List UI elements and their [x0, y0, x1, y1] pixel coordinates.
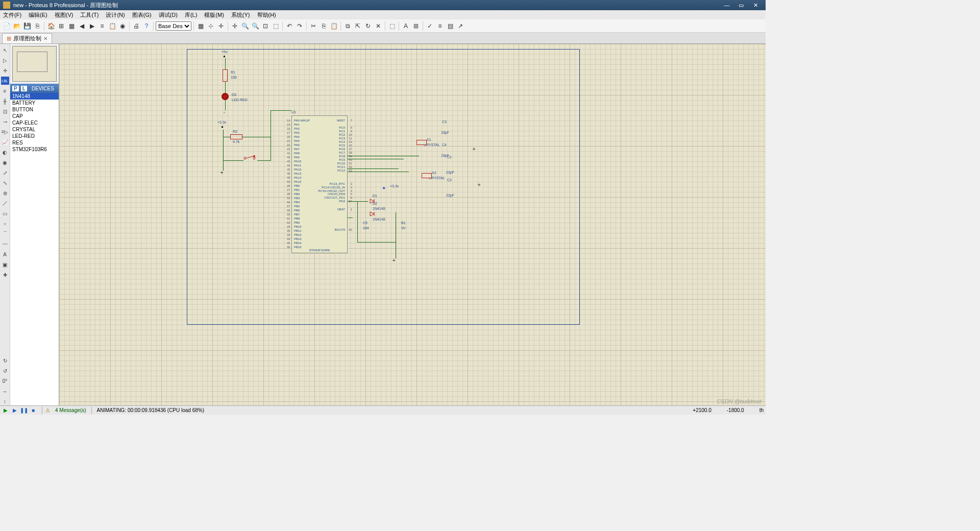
schematic-icon[interactable]: ⊞ [57, 21, 66, 31]
erc-icon[interactable]: ✓ [425, 21, 434, 31]
zoom-all-icon[interactable]: ⊡ [261, 21, 270, 31]
menu-file[interactable]: 文件(F) [3, 11, 21, 19]
menu-view[interactable]: 视图(V) [55, 11, 74, 19]
step-button[interactable]: ▶ [11, 407, 18, 414]
2d-line-icon[interactable]: ／ [1, 199, 9, 207]
home-icon[interactable]: 🏠 [46, 21, 56, 31]
mcu-u1[interactable]: 14PA0-WKUP15PA116PA217PA320PA421PA522PA6… [291, 115, 348, 253]
zoom-out-icon[interactable]: 🔍 [251, 21, 260, 31]
stop-button[interactable]: ■ [30, 407, 37, 414]
block-copy-icon[interactable]: ⧉ [343, 21, 352, 31]
generator-icon[interactable]: ◉ [1, 158, 9, 166]
bom2-icon[interactable]: ▤ [446, 21, 455, 31]
marker-icon[interactable]: ✚ [1, 271, 9, 279]
preview-window[interactable] [12, 46, 57, 82]
2d-box-icon[interactable]: ▭ [1, 209, 9, 218]
2d-text-icon[interactable]: A [1, 250, 9, 258]
pcb-icon[interactable]: ▦ [67, 21, 76, 31]
button[interactable] [242, 155, 257, 161]
bom-icon[interactable]: 📋 [108, 21, 117, 31]
wire-label-tool-icon[interactable]: LBL [1, 77, 9, 85]
messages-count[interactable]: 4 Message(s) [55, 407, 86, 413]
menu-debug[interactable]: 调试(D) [159, 11, 178, 19]
menu-tools[interactable]: 工具(T) [80, 11, 99, 19]
instrument-icon[interactable]: ⊚ [1, 189, 9, 197]
new-icon[interactable]: 📄 [2, 21, 11, 31]
list-item[interactable]: 1N4148 [10, 93, 59, 100]
tab-close-icon[interactable]: ✕ [43, 36, 47, 41]
paste-icon[interactable]: 📋 [329, 21, 338, 31]
zoom-area-icon[interactable]: ⬚ [271, 21, 280, 31]
diode-d2[interactable] [368, 211, 378, 217]
selection-icon[interactable]: ↖ [1, 46, 9, 54]
block-rotate-icon[interactable]: ↻ [363, 21, 373, 31]
undo-icon[interactable]: ↶ [285, 21, 294, 31]
tab-schematic[interactable]: ⊞ 原理图绘制 ✕ [2, 33, 52, 43]
2d-symbol-icon[interactable]: ▣ [1, 260, 9, 269]
block-delete-icon[interactable]: ✕ [374, 21, 383, 31]
copy-icon[interactable]: ⎘ [319, 21, 328, 31]
code-icon[interactable]: ≡ [97, 21, 107, 31]
close-button[interactable]: ✕ [748, 1, 763, 9]
probe-i-icon[interactable]: ⤡ [1, 179, 9, 187]
wire-label-icon[interactable]: A [401, 21, 410, 31]
rotate-ccw-icon[interactable]: ↺ [1, 367, 9, 375]
2d-circle-icon[interactable]: ○ [1, 220, 9, 228]
resistor-r1[interactable] [223, 69, 228, 82]
menu-design[interactable]: 设计(N) [106, 11, 125, 19]
text-script-icon[interactable]: ≡ [1, 87, 9, 95]
pick-button[interactable]: P [12, 86, 19, 91]
design-select[interactable]: Base Design [156, 21, 191, 31]
rotate-cw-icon[interactable]: ↻ [1, 356, 9, 365]
subcircuit-icon[interactable]: ⊡ [1, 107, 9, 115]
list-item[interactable]: CRYSTAL [10, 126, 59, 133]
origin-icon[interactable]: ✛ [216, 21, 226, 31]
block-move-icon[interactable]: ⇱ [353, 21, 362, 31]
list-item[interactable]: BUTTON [10, 106, 59, 113]
devices-list[interactable]: 1N4148 BATTERY BUTTON CAP CAP-ELEC CRYST… [10, 93, 59, 405]
export-icon[interactable]: ↗ [456, 21, 465, 31]
menu-help[interactable]: 帮助(H) [257, 11, 276, 19]
print-icon[interactable]: 🖨 [132, 21, 141, 31]
hidden-pins-icon[interactable]: ⊞ [411, 21, 421, 31]
graph-icon[interactable]: 📈 [1, 138, 9, 146]
pick-icon[interactable]: ⬚ [387, 21, 397, 31]
save-icon[interactable]: 💾 [22, 21, 32, 31]
led-d3[interactable] [222, 93, 229, 100]
help-icon[interactable]: ? [142, 21, 151, 31]
nav-back-icon[interactable]: ◀ [77, 21, 86, 31]
open-icon[interactable]: 📂 [12, 21, 21, 31]
crystal-x2[interactable] [422, 173, 432, 178]
menu-template[interactable]: 模版(M) [204, 11, 224, 19]
terminal-icon[interactable]: ⊸ [1, 117, 9, 126]
grid-icon[interactable]: ▦ [196, 21, 205, 31]
netlist-icon[interactable]: ≡ [435, 21, 445, 31]
menu-graph[interactable]: 图表(G) [132, 11, 152, 19]
saveall-icon[interactable]: ⎘ [33, 21, 42, 31]
schematic-canvas[interactable]: +5v ▲ R1 100 D3 LED-RED ▫ +3.3v ▲ R2 4.7… [59, 44, 766, 405]
center-icon[interactable]: ✢ [230, 21, 239, 31]
diode-d1[interactable] [368, 199, 378, 204]
list-item[interactable]: CAP [10, 113, 59, 119]
pause-button[interactable]: ❚❚ [20, 407, 28, 414]
list-item[interactable]: BATTERY [10, 100, 59, 106]
list-item[interactable]: STM32F103R6 [10, 146, 59, 153]
menu-library[interactable]: 库(L) [185, 11, 197, 19]
maximize-button[interactable]: ▭ [734, 1, 748, 9]
redo-icon[interactable]: ↷ [295, 21, 304, 31]
list-item[interactable]: CAP-ELEC [10, 119, 59, 126]
2d-arc-icon[interactable]: ⌒ [1, 230, 9, 238]
probe-v-icon[interactable]: ⤢ [1, 168, 9, 177]
cut-icon[interactable]: ✂ [309, 21, 318, 31]
zoom-in-icon[interactable]: 🔍 [240, 21, 250, 31]
junction-icon[interactable]: ✛ [1, 66, 9, 75]
menu-edit[interactable]: 编辑(E) [29, 11, 47, 19]
tape-icon[interactable]: ◐ [1, 148, 9, 156]
mirror-v-icon[interactable]: ↕ [1, 397, 9, 405]
library-button[interactable]: L [21, 86, 27, 91]
gerber-icon[interactable]: ◉ [118, 21, 127, 31]
mirror-h-icon[interactable]: ↔ [1, 387, 9, 395]
component-icon[interactable]: ▷ [1, 56, 9, 64]
play-button[interactable]: ▶ [2, 407, 9, 414]
list-item[interactable]: RES [10, 139, 59, 146]
